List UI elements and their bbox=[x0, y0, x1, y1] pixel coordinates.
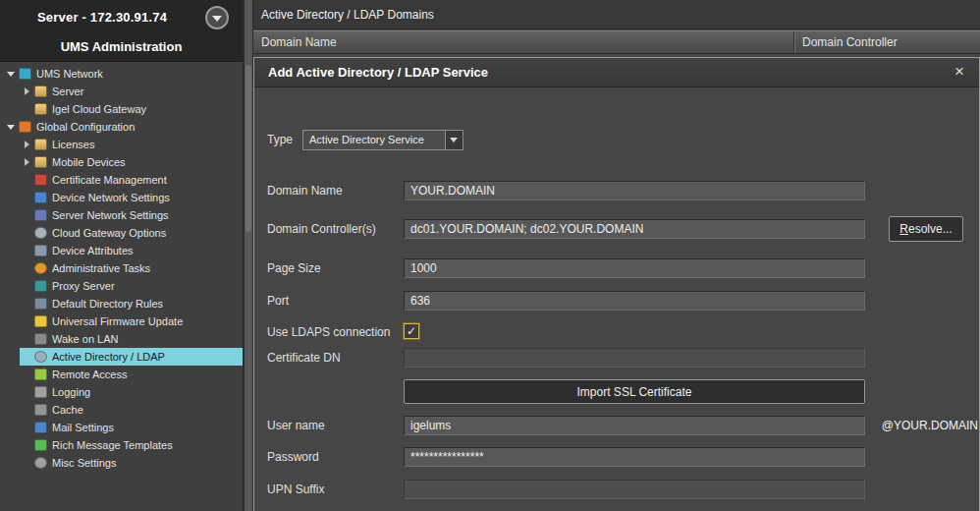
clock-icon bbox=[34, 262, 47, 274]
sidebar-item-active-directory-ldap[interactable]: Active Directory / LDAP bbox=[0, 348, 243, 366]
expander-spacer bbox=[20, 350, 33, 364]
sidebar-item-label: Misc Settings bbox=[52, 457, 116, 469]
dialog-title: Add Active Directory / LDAP Service bbox=[268, 65, 488, 80]
expander-spacer bbox=[20, 421, 33, 434]
dropdown-arrow-icon[interactable] bbox=[445, 131, 463, 149]
type-select-value: Active Directory Service bbox=[303, 131, 445, 149]
server-dropdown-button[interactable] bbox=[205, 6, 229, 29]
expander-spacer bbox=[20, 208, 33, 222]
sidebar-item-misc-settings[interactable]: Misc Settings bbox=[0, 454, 243, 472]
navigation-tree: UMS NetworkServerIgel Cloud GatewayGloba… bbox=[0, 65, 243, 511]
expander-spacer bbox=[20, 261, 33, 275]
message-icon bbox=[34, 439, 47, 451]
ums-administration-title: UMS Administration bbox=[0, 39, 243, 54]
expand-icon[interactable] bbox=[20, 138, 33, 151]
expander-spacer bbox=[20, 297, 33, 311]
expander-spacer bbox=[20, 279, 33, 293]
sidebar-item-label: Server bbox=[52, 85, 83, 97]
sidebar-item-label: UMS Network bbox=[36, 68, 103, 80]
upn-suffix-input[interactable] bbox=[404, 480, 865, 499]
password-label: Password bbox=[267, 447, 319, 467]
monitor-icon bbox=[34, 192, 47, 203]
expander-spacer bbox=[20, 456, 33, 470]
sidebar-item-label: Rich Message Templates bbox=[52, 439, 173, 451]
folder-icon bbox=[34, 85, 47, 97]
resolve-button[interactable]: Resolve... bbox=[889, 216, 963, 242]
expander-spacer bbox=[20, 332, 33, 346]
sidebar-item-label: Cache bbox=[52, 404, 83, 416]
cache-icon bbox=[34, 404, 47, 416]
mail-icon bbox=[34, 422, 47, 433]
sidebar-item-server-network-settings[interactable]: Server Network Settings bbox=[0, 206, 243, 224]
page-size-input[interactable] bbox=[404, 258, 865, 278]
type-label: Type bbox=[267, 130, 293, 149]
close-icon[interactable]: × bbox=[950, 62, 969, 82]
column-header-domain-name[interactable]: Domain Name bbox=[253, 31, 793, 53]
sidebar-item-label: Cloud Gateway Options bbox=[52, 227, 166, 239]
upn-suffix-label: UPN Suffix bbox=[267, 480, 324, 499]
expand-icon[interactable] bbox=[20, 85, 33, 98]
import-ssl-certificate-button[interactable]: Import SSL Certificate bbox=[404, 379, 865, 404]
sidebar-item-logging[interactable]: Logging bbox=[0, 383, 243, 401]
sidebar-item-server[interactable]: Server bbox=[0, 83, 243, 100]
column-header-domain-controller[interactable]: Domain Controller bbox=[793, 31, 980, 53]
sidebar-scrollbar-thumb[interactable] bbox=[245, 65, 251, 232]
sidebar-item-global-configuration[interactable]: Global Configuration bbox=[0, 118, 243, 136]
folder-icon bbox=[34, 103, 47, 115]
user-name-label: User name bbox=[267, 416, 325, 435]
sidebar-item-remote-access[interactable]: Remote Access bbox=[0, 366, 243, 383]
proxy-icon bbox=[34, 280, 47, 292]
misc-icon bbox=[34, 457, 47, 469]
folder-icon bbox=[34, 139, 47, 150]
collapse-icon[interactable] bbox=[4, 67, 18, 81]
sidebar-item-cache[interactable]: Cache bbox=[0, 401, 243, 419]
expander-spacer bbox=[20, 368, 33, 381]
sidebar-item-label: Licenses bbox=[52, 139, 94, 150]
sidebar-item-cloud-gateway-options[interactable]: Cloud Gateway Options bbox=[0, 224, 243, 242]
user-name-domain-suffix: @YOUR.DOMAIN bbox=[882, 416, 978, 435]
sidebar-scrollbar[interactable] bbox=[244, 0, 253, 511]
sidebar-item-universal-firmware-update[interactable]: Universal Firmware Update bbox=[0, 312, 243, 330]
dialog-body: Type Active Directory Service Domain Nam… bbox=[254, 87, 979, 511]
sidebar-item-label: Mobile Devices bbox=[52, 156, 126, 168]
remote-icon bbox=[34, 369, 47, 380]
sidebar-item-proxy-server[interactable]: Proxy Server bbox=[0, 277, 243, 295]
sidebar-item-igel-cloud-gateway[interactable]: Igel Cloud Gateway bbox=[0, 100, 243, 118]
sidebar-item-label: Global Configuration bbox=[36, 121, 135, 133]
sidebar-item-label: Server Network Settings bbox=[52, 209, 169, 221]
server-title: Server - 172.30.91.74 bbox=[37, 10, 167, 25]
certificate-icon bbox=[34, 174, 47, 186]
sidebar-item-device-network-settings[interactable]: Device Network Settings bbox=[0, 189, 243, 206]
sidebar-item-label: Wake on LAN bbox=[52, 333, 118, 345]
user-name-input[interactable] bbox=[404, 416, 865, 435]
expand-icon[interactable] bbox=[20, 155, 33, 169]
sidebar-item-certificate-management[interactable]: Certificate Management bbox=[0, 171, 243, 189]
sidebar-item-rich-message-templates[interactable]: Rich Message Templates bbox=[0, 436, 243, 454]
folder-icon bbox=[34, 156, 47, 168]
attributes-icon bbox=[34, 245, 47, 256]
sidebar-item-label: Active Directory / LDAP bbox=[52, 351, 165, 363]
domain-controllers-input[interactable] bbox=[404, 219, 865, 239]
domain-name-input[interactable] bbox=[404, 181, 865, 200]
password-input[interactable] bbox=[404, 447, 865, 467]
domain-controllers-label: Domain Controller(s) bbox=[267, 219, 376, 239]
expander-spacer bbox=[20, 173, 33, 187]
server-network-icon bbox=[34, 209, 47, 221]
sidebar-item-wake-on-lan[interactable]: Wake on LAN bbox=[0, 330, 243, 348]
collapse-icon[interactable] bbox=[4, 120, 18, 134]
sidebar-item-licenses[interactable]: Licenses bbox=[0, 136, 243, 153]
use-ldaps-checkbox[interactable] bbox=[404, 323, 419, 339]
domains-table-header: Domain Name Domain Controller bbox=[253, 30, 980, 54]
expander-spacer bbox=[20, 403, 33, 417]
port-input[interactable] bbox=[404, 291, 865, 311]
sidebar-item-default-directory-rules[interactable]: Default Directory Rules bbox=[0, 295, 243, 312]
sidebar-item-ums-network[interactable]: UMS Network bbox=[0, 65, 243, 83]
firmware-icon bbox=[34, 315, 47, 327]
sidebar-item-mail-settings[interactable]: Mail Settings bbox=[0, 419, 243, 436]
sidebar-item-label: Certificate Management bbox=[52, 174, 167, 186]
sidebar-item-administrative-tasks[interactable]: Administrative Tasks bbox=[0, 259, 243, 277]
sidebar-item-device-attributes[interactable]: Device Attributes bbox=[0, 242, 243, 259]
dialog-titlebar[interactable]: Add Active Directory / LDAP Service × bbox=[254, 58, 979, 87]
sidebar-item-mobile-devices[interactable]: Mobile Devices bbox=[0, 153, 243, 171]
type-select[interactable]: Active Directory Service bbox=[302, 130, 463, 150]
